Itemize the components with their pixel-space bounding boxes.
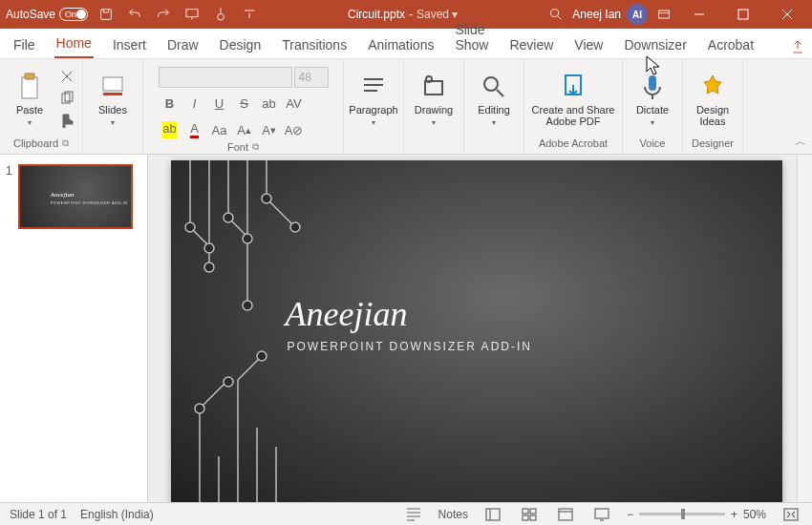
thumb-item[interactable]: 1 Aneejian POWERPOINT DOWNSIZER ADD-IN	[6, 164, 141, 229]
strike-button[interactable]: S	[233, 92, 256, 115]
slide-counter[interactable]: Slide 1 of 1	[10, 508, 67, 521]
svg-point-21	[224, 213, 233, 222]
font-launcher-icon[interactable]: ⧉	[252, 141, 259, 153]
create-pdf-button[interactable]: Create and Share Adobe PDF	[530, 63, 616, 136]
slide-title[interactable]: Aneejian	[286, 294, 408, 334]
search-icon[interactable]	[545, 4, 566, 25]
character-spacing-button[interactable]: AV	[283, 92, 306, 115]
change-case-button[interactable]: Aa	[208, 118, 231, 141]
user-name[interactable]: Aneej Ian	[572, 8, 621, 21]
slide-thumbnail-pane[interactable]: 1 Aneejian POWERPOINT DOWNSIZER ADD-IN	[0, 155, 148, 502]
cut-icon[interactable]	[57, 67, 76, 86]
decrease-font-button[interactable]: A▾	[258, 118, 281, 141]
svg-point-19	[290, 222, 300, 232]
italic-button[interactable]: I	[183, 92, 206, 115]
slide-subtitle[interactable]: POWERPOINT DOWNSIZER ADD-IN	[288, 340, 532, 353]
svg-point-3	[551, 10, 559, 17]
normal-view-icon[interactable]	[481, 505, 504, 524]
font-family-select[interactable]	[159, 67, 292, 88]
slide-canvas-area[interactable]: Aneejian POWERPOINT DOWNSIZER ADD-IN	[148, 155, 812, 502]
tab-acrobat[interactable]: Acrobat	[706, 32, 756, 58]
tab-design[interactable]: Design	[218, 32, 264, 58]
tab-draw[interactable]: Draw	[165, 32, 201, 58]
sorter-view-icon[interactable]	[518, 505, 541, 524]
shadow-button[interactable]: ab	[258, 92, 281, 115]
svg-rect-33	[559, 509, 572, 520]
zoom-slider[interactable]	[639, 513, 725, 515]
status-bar: Slide 1 of 1 English (India) Notes − + 5…	[0, 502, 812, 525]
vertical-scrollbar[interactable]	[797, 155, 812, 502]
qat-customize-icon[interactable]	[239, 4, 260, 25]
group-font: 48 B I U S ab AV ab A Aa A▴ A▾ A⊘ Font⧉	[143, 59, 344, 154]
paste-button[interactable]: Paste▾	[6, 63, 53, 136]
highlight-button[interactable]: ab	[159, 118, 182, 141]
bold-button[interactable]: B	[159, 92, 182, 115]
font-color-button[interactable]: A	[183, 118, 206, 141]
tab-transitions[interactable]: Transitions	[280, 32, 349, 58]
tab-insert[interactable]: Insert	[111, 32, 148, 58]
avatar[interactable]: AI	[627, 4, 648, 25]
svg-rect-6	[22, 77, 37, 98]
format-painter-icon[interactable]	[57, 111, 76, 130]
svg-rect-0	[101, 10, 112, 20]
svg-rect-16	[649, 75, 656, 91]
zoom-in-button[interactable]: +	[731, 508, 737, 521]
tab-file[interactable]: File	[11, 32, 37, 58]
autosave-toggle[interactable]: AutoSave On	[6, 8, 88, 21]
save-icon[interactable]	[96, 4, 117, 25]
svg-rect-5	[738, 10, 748, 19]
present-icon[interactable]	[182, 4, 203, 25]
tab-slide-show[interactable]: Slide Show	[453, 16, 490, 58]
svg-point-24	[257, 351, 267, 361]
ribbon-display-icon[interactable]	[653, 4, 674, 25]
save-state[interactable]: Saved ▾	[417, 8, 458, 21]
editing-button[interactable]: Editing▾	[470, 63, 518, 136]
drawing-label: Drawing	[415, 104, 453, 116]
tab-view[interactable]: View	[572, 32, 605, 58]
tab-downsizer[interactable]: Downsizer	[622, 32, 688, 58]
fit-window-icon[interactable]	[780, 505, 802, 524]
zoom-out-button[interactable]: −	[627, 508, 633, 521]
svg-point-13	[426, 76, 432, 82]
slide[interactable]: Aneejian POWERPOINT DOWNSIZER ADD-IN	[171, 160, 782, 502]
collapse-ribbon-icon[interactable]: ︿	[795, 134, 806, 150]
notes-button[interactable]	[402, 505, 425, 524]
undo-icon[interactable]	[124, 4, 145, 25]
slides-button[interactable]: Slides▾	[89, 63, 137, 136]
thumbnail-slide-1[interactable]: Aneejian POWERPOINT DOWNSIZER ADD-IN	[18, 164, 133, 229]
language-status[interactable]: English (India)	[80, 508, 154, 521]
underline-button[interactable]: U	[208, 92, 231, 115]
group-designer: Design Ideas Designer	[683, 59, 743, 154]
tab-home[interactable]: Home	[54, 30, 94, 58]
ribbon-tabs: File Home Insert Draw Design Transitions…	[0, 29, 812, 59]
svg-rect-4	[659, 10, 670, 18]
maximize-button[interactable]	[724, 0, 762, 29]
designer-label: Designer	[692, 137, 734, 149]
copy-icon[interactable]	[57, 89, 76, 108]
redo-icon[interactable]	[153, 4, 174, 25]
svg-rect-35	[784, 509, 798, 520]
touch-mode-icon[interactable]	[210, 4, 231, 25]
zoom-control[interactable]: − + 50%	[627, 508, 766, 521]
share-button[interactable]	[790, 39, 805, 58]
minimize-button[interactable]	[680, 0, 718, 29]
tab-review[interactable]: Review	[507, 32, 555, 58]
increase-font-button[interactable]: A▴	[233, 118, 256, 141]
design-ideas-button[interactable]: Design Ideas	[689, 63, 737, 136]
clear-format-button[interactable]: A⊘	[283, 118, 306, 141]
svg-rect-7	[25, 74, 34, 79]
drawing-button[interactable]: Drawing▾	[410, 63, 458, 136]
tab-animations[interactable]: Animations	[366, 32, 436, 58]
close-button[interactable]	[768, 0, 806, 29]
title-divider: -	[409, 8, 413, 21]
font-size-select[interactable]: 48	[294, 67, 329, 88]
svg-rect-1	[186, 10, 198, 17]
paragraph-button[interactable]: Paragraph▾	[350, 63, 397, 136]
zoom-percent[interactable]: 50%	[743, 508, 766, 521]
notes-label[interactable]: Notes	[438, 508, 468, 521]
dictate-button[interactable]: Dictate▾	[629, 63, 676, 136]
slideshow-view-icon[interactable]	[590, 505, 613, 524]
reading-view-icon[interactable]	[554, 505, 577, 524]
clipboard-launcher-icon[interactable]: ⧉	[62, 137, 69, 149]
svg-point-23	[224, 377, 233, 387]
